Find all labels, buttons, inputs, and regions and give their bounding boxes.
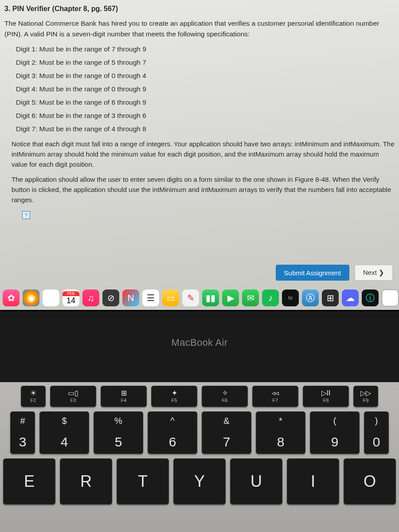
key-4: $ 4 — [39, 411, 89, 454]
podcast-icon[interactable]: ⓘ — [362, 289, 379, 306]
blocked-icon[interactable]: ⊘ — [102, 289, 119, 306]
mission-control-icon: ▭▯ — [68, 390, 78, 397]
submit-assignment-button[interactable]: Submit Assignment — [276, 265, 349, 281]
spec-item: Digit 6: Must be in the range of 3 throu… — [16, 110, 395, 121]
laptop-screen: 3. PIN Verifier (Chapter 8, pg. 567) The… — [0, 0, 399, 311]
physical-keyboard: ☀ F2 ▭▯ F3 ⊞ F4 ✦ F5 ✧ F6 ◃◃ F7 ▷II F8 ▷… — [0, 382, 399, 532]
key-8: * 8 — [256, 411, 305, 454]
spec-item: Digit 1: Must be in the range of 7 throu… — [16, 44, 395, 55]
spec-item: Digit 7: Must be in the range of 4 throu… — [16, 124, 395, 134]
assignment-content: 3. PIN Verifier (Chapter 8, pg. 567) The… — [4, 4, 395, 220]
brightness-up-icon: ☀ — [30, 390, 36, 397]
safari-icon[interactable]: ◉ — [23, 289, 39, 306]
calendar-icon[interactable]: FEB 14 — [63, 289, 79, 306]
action-bar: Submit Assignment Next ❯ — [276, 265, 393, 281]
spec-list: Digit 1: Must be in the range of 7 throu… — [16, 44, 395, 134]
next-button[interactable]: Next ❯ — [355, 265, 393, 281]
key-y: Y — [173, 458, 226, 505]
fkey-f3: ▭▯ F3 — [50, 386, 96, 407]
key-0: ) 0 — [364, 411, 389, 454]
grid-icon[interactable]: ⊞ — [322, 289, 339, 306]
key-5: % 5 — [94, 411, 143, 454]
pencil-icon[interactable]: ✎ — [182, 289, 199, 306]
letter-key-row: E R T Y U I O — [0, 458, 399, 505]
assignment-intro: The National Commerce Bank has hired you… — [4, 18, 395, 39]
fkey-f8: ▷II F8 — [303, 386, 349, 407]
fkey-f9: ▷▷ F9 — [353, 386, 378, 407]
numbers-icon[interactable]: ▮▮ — [202, 289, 219, 306]
calendar-day: 14 — [66, 296, 75, 305]
number-key-row: # 3 $ 4 % 5 ^ 6 & 7 * 8 ( 9 ) 0 — [0, 411, 399, 454]
music-icon[interactable]: ♫ — [82, 289, 99, 306]
keyboard-dim-icon: ✦ — [172, 390, 177, 397]
news-icon[interactable]: N — [122, 289, 139, 306]
appstore-icon[interactable]: Ⓐ — [302, 289, 319, 306]
fkey-f4: ⊞ F4 — [101, 386, 147, 407]
notes-icon[interactable]: ▭ — [162, 289, 179, 306]
keyboard-bright-icon: ✧ — [222, 390, 228, 397]
photos-icon[interactable]: ✿ — [3, 289, 20, 306]
launchpad-icon[interactable]: ⊞ — [43, 289, 59, 306]
key-e: E — [3, 458, 55, 505]
help-box-icon[interactable]: ? — [22, 211, 30, 219]
rewind-icon: ◃◃ — [272, 390, 279, 397]
calendar-month: FEB — [63, 291, 79, 296]
key-r: R — [60, 458, 112, 505]
fkey-f5: ✦ F5 — [151, 386, 197, 407]
function-key-row: ☀ F2 ▭▯ F3 ⊞ F4 ✦ F5 ✧ F6 ◃◃ F7 ▷II F8 ▷… — [0, 386, 399, 407]
fkey-f7: ◃◃ F7 — [252, 386, 298, 407]
key-9: ( 9 — [310, 411, 360, 454]
key-o: O — [344, 458, 396, 505]
fkey-f6: ✧ F6 — [202, 386, 248, 407]
key-u: U — [230, 458, 282, 505]
facetime-icon[interactable]: ▶ — [222, 289, 239, 306]
assignment-para-form: The application should allow the user to… — [12, 174, 395, 205]
fkey-f2: ☀ F2 — [21, 386, 46, 407]
spotify-icon[interactable]: ♪ — [262, 289, 279, 306]
laptop-brand-label: MacBook Air — [0, 337, 399, 348]
appletv-icon[interactable]: tv — [282, 289, 299, 306]
key-3: # 3 — [10, 411, 35, 454]
discord-icon[interactable]: ☁ — [342, 289, 359, 306]
reminders-icon[interactable]: ☰ — [142, 289, 159, 306]
key-7: & 7 — [202, 411, 251, 454]
macos-dock: ✿ ◉ ⊞ FEB 14 ♫ ⊘ N ☰ ▭ ✎ ▮▮ ▶ ✉ ♪ tv Ⓐ ⊞… — [0, 288, 399, 308]
play-pause-icon: ▷II — [321, 390, 331, 397]
fast-forward-icon: ▷▷ — [360, 390, 371, 397]
assignment-heading: 3. PIN Verifier (Chapter 8, pg. 567) — [4, 4, 395, 15]
key-t: T — [117, 458, 169, 505]
assignment-para-arrays: Notice that each digit must fall into a … — [12, 139, 395, 170]
spec-item: Digit 4: Must be in the range of 0 throu… — [16, 84, 395, 94]
spec-item: Digit 5: Must be in the range of 6 throu… — [16, 97, 395, 108]
key-6: ^ 6 — [148, 411, 197, 454]
spec-item: Digit 3: Must be in the range of 0 throu… — [16, 70, 395, 81]
messages-icon[interactable]: ✉ — [242, 289, 259, 306]
spec-item: Digit 2: Must be in the range of 5 throu… — [16, 57, 395, 68]
generic-app-icon[interactable]: ▫ — [382, 289, 399, 306]
launchpad-key-icon: ⊞ — [121, 390, 127, 397]
key-i: I — [287, 458, 339, 505]
